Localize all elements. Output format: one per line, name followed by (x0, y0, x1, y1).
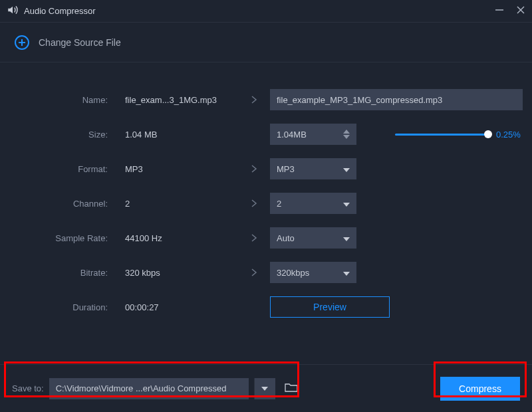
svg-marker-6 (343, 203, 350, 207)
size-slider[interactable] (395, 134, 488, 136)
size-output-spinner[interactable]: 1.04MB (270, 124, 356, 145)
caret-down-icon (343, 268, 350, 278)
plus-circle-icon (15, 35, 29, 50)
app-title-text: Audio Compressor (24, 6, 96, 16)
chevron-right-icon (243, 199, 265, 208)
name-output-field[interactable]: file_example_MP3_1MG_compressed.mp3 (270, 89, 523, 110)
duration-label: Duration: (0, 302, 113, 312)
save-path-value: C:\Vidmore\Vidmore ...er\Audio Compresse… (56, 383, 227, 393)
format-current: MP3 (118, 164, 238, 174)
name-row: Name: file_exam...3_1MG.mp3 file_example… (0, 89, 513, 110)
format-select[interactable]: MP3 (270, 158, 356, 179)
sample-rate-label: Sample Rate: (0, 233, 113, 243)
close-icon[interactable] (516, 5, 525, 17)
sample-rate-current: 44100 Hz (118, 233, 238, 243)
svg-marker-3 (343, 130, 350, 134)
chevron-right-icon (243, 268, 265, 277)
bitrate-select-value: 320kbps (277, 268, 309, 278)
save-path-display[interactable]: C:\Vidmore\Vidmore ...er\Audio Compresse… (49, 378, 249, 399)
sample-rate-select-value: Auto (277, 233, 295, 243)
bottom-bar: Save to: C:\Vidmore\Vidmore ...er\Audio … (0, 364, 532, 412)
preview-button[interactable]: Preview (270, 296, 390, 318)
window-controls (495, 5, 525, 17)
bitrate-current: 320 kbps (118, 268, 238, 278)
channel-label: Channel: (0, 199, 113, 209)
channel-current: 2 (118, 199, 238, 209)
channel-select-value: 2 (277, 199, 281, 209)
spinner-up-icon[interactable] (343, 130, 350, 134)
compress-button[interactable]: Compress (440, 377, 520, 401)
duration-row: Duration: 00:00:27 Preview (0, 296, 513, 318)
size-output-value: 1.04MB (277, 130, 307, 140)
svg-marker-5 (343, 168, 350, 172)
minimize-icon[interactable] (495, 5, 504, 17)
bitrate-select[interactable]: 320kbps (270, 262, 356, 283)
save-to-label: Save to: (12, 383, 44, 393)
bitrate-row: Bitrate: 320 kbps 320kbps (0, 262, 513, 283)
chevron-right-icon (243, 95, 265, 104)
channel-select[interactable]: 2 (270, 193, 356, 214)
caret-down-icon (343, 233, 350, 243)
chevron-right-icon (243, 164, 265, 173)
format-row: Format: MP3 MP3 (0, 158, 513, 179)
settings-form: Name: file_exam...3_1MG.mp3 file_example… (0, 62, 532, 364)
name-label: Name: (0, 95, 113, 105)
size-percent: 0.25% (496, 130, 528, 140)
change-source-row[interactable]: Change Source File (0, 23, 532, 62)
svg-marker-4 (343, 135, 350, 139)
save-to-group: Save to: C:\Vidmore\Vidmore ...er\Audio … (12, 378, 302, 399)
format-select-value: MP3 (277, 164, 295, 174)
caret-down-icon (343, 199, 350, 209)
svg-marker-8 (343, 272, 350, 276)
name-current: file_exam...3_1MG.mp3 (118, 95, 238, 105)
app-title-area: Audio Compressor (7, 4, 495, 18)
name-output-value: file_example_MP3_1MG_compressed.mp3 (277, 95, 442, 105)
spinner-down-icon[interactable] (343, 135, 350, 139)
save-path-dropdown[interactable] (254, 378, 275, 399)
size-row: Size: 1.04 MB 1.04MB 0.25% (0, 124, 513, 145)
size-slider-group: 0.25% (395, 130, 528, 140)
size-label: Size: (0, 130, 113, 140)
channel-row: Channel: 2 2 (0, 193, 513, 214)
caret-down-icon (343, 164, 350, 174)
chevron-right-icon (243, 233, 265, 243)
size-current: 1.04 MB (118, 130, 238, 140)
sample-rate-select[interactable]: Auto (270, 227, 356, 249)
slider-thumb-icon[interactable] (484, 130, 492, 138)
duration-current: 00:00:27 (118, 302, 238, 312)
open-folder-button[interactable] (281, 378, 302, 399)
svg-marker-9 (261, 387, 268, 391)
svg-marker-7 (343, 237, 350, 241)
audio-compressor-window: Audio Compressor Change Source File Name… (0, 0, 532, 412)
speaker-waves-icon (7, 4, 19, 18)
folder-icon (285, 382, 298, 395)
bitrate-label: Bitrate: (0, 268, 113, 278)
change-source-label: Change Source File (39, 37, 121, 48)
format-label: Format: (0, 164, 113, 174)
sample-rate-row: Sample Rate: 44100 Hz Auto (0, 227, 513, 249)
titlebar: Audio Compressor (0, 0, 532, 23)
